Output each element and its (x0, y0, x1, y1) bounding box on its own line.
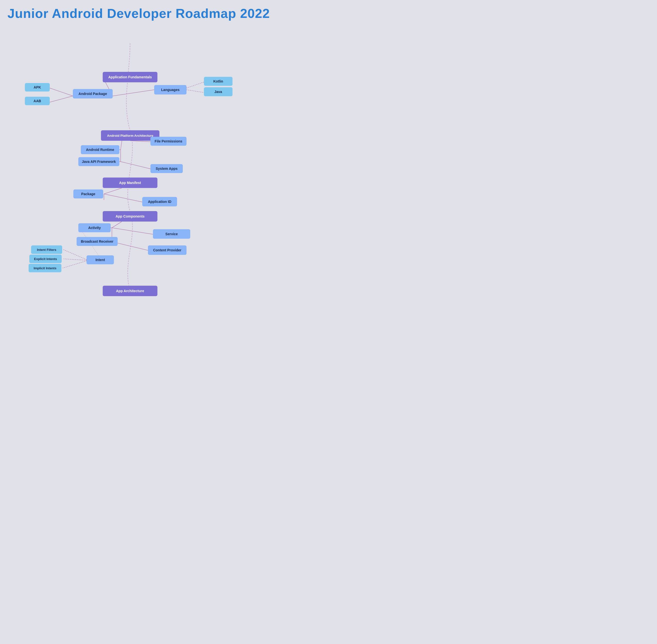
svg-line-23 (63, 260, 88, 268)
node-java-api-framework[interactable]: Java API Framework (78, 157, 119, 166)
node-broadcast-receiver[interactable]: Broadcast Receiver (76, 237, 118, 246)
svg-line-14 (104, 194, 143, 202)
svg-line-3 (113, 90, 154, 96)
node-intent[interactable]: Intent (87, 255, 114, 264)
node-android-package[interactable]: Android Package (73, 89, 113, 98)
node-implicit-intents[interactable]: Implicit Intents (29, 264, 62, 272)
svg-line-22 (63, 259, 88, 260)
node-apk[interactable]: APK (25, 83, 50, 92)
page-title: Junior Android Developer Roadmap 2022 (0, 0, 328, 23)
svg-line-5 (186, 90, 204, 92)
svg-line-12 (104, 188, 122, 194)
svg-line-1 (50, 88, 73, 96)
node-content-provider[interactable]: Content Provider (148, 246, 186, 255)
svg-line-11 (120, 162, 151, 169)
node-app-components[interactable]: App Components (103, 211, 157, 222)
node-explicit-intents[interactable]: Explicit Intents (29, 255, 62, 263)
node-application-fundamentals[interactable]: Application Fundamentals (103, 72, 157, 82)
svg-line-6 (130, 141, 151, 142)
node-app-manifest[interactable]: App Manifest (103, 178, 157, 188)
roadmap-container: Application Fundamentals Android Package… (0, 23, 328, 332)
node-java[interactable]: Java (204, 87, 232, 96)
node-kotlin[interactable]: Kotlin (204, 77, 232, 86)
svg-line-21 (63, 250, 88, 260)
svg-line-7 (120, 141, 122, 150)
node-activity[interactable]: Activity (78, 223, 111, 232)
connectors-svg (0, 23, 328, 332)
node-file-permissions[interactable]: File Permissions (151, 137, 186, 146)
node-app-architecture[interactable]: App Architecture (103, 286, 157, 296)
svg-line-4 (186, 82, 204, 88)
node-service[interactable]: Service (153, 229, 190, 239)
svg-line-17 (112, 228, 154, 234)
node-languages[interactable]: Languages (154, 85, 186, 94)
node-application-id[interactable]: Application ID (142, 197, 177, 206)
node-aab[interactable]: AAB (25, 97, 50, 105)
node-system-apps[interactable]: System Apps (151, 164, 183, 173)
node-android-runtime[interactable]: Android Runtime (81, 145, 119, 154)
svg-line-15 (112, 222, 122, 228)
node-intent-filters[interactable]: Intent Filters (31, 246, 62, 254)
svg-line-2 (50, 96, 73, 102)
node-package[interactable]: Package (73, 189, 103, 199)
